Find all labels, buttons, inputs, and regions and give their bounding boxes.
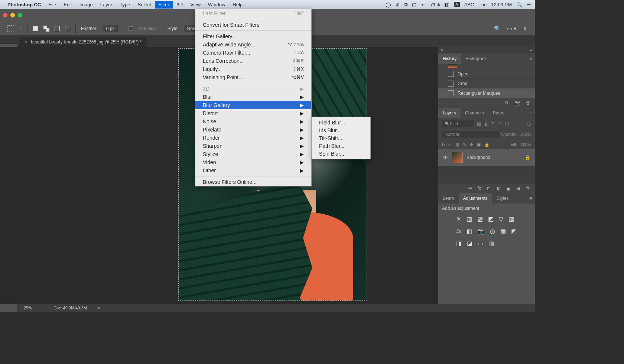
history-item[interactable]: Open [438, 69, 535, 79]
gradient-map-icon[interactable]: ▭ [478, 240, 483, 247]
filter-shape-icon[interactable]: ▢ [497, 121, 502, 127]
history-item[interactable]: Crop [438, 79, 535, 88]
day-label[interactable]: Tue [478, 2, 487, 7]
battery-percent[interactable]: 71% [430, 2, 440, 7]
marquee-tool-icon[interactable] [7, 25, 14, 32]
threshold-icon[interactable]: ◪ [467, 240, 472, 247]
menu-item-render[interactable]: Render▶ [195, 134, 311, 142]
menu-item[interactable]: Lens Correction...⇧⌘R [195, 57, 311, 65]
channel-mixer-icon[interactable]: ◍ [490, 228, 495, 235]
add-selection-icon[interactable] [43, 26, 49, 32]
status-chevron-icon[interactable]: ▶ [98, 306, 101, 310]
visibility-icon[interactable]: 👁 [443, 155, 448, 160]
battery-icon[interactable]: ▮▯ [444, 2, 449, 7]
layer-filter-select[interactable]: 🔍Kind [442, 120, 474, 127]
lock-artboard-icon[interactable]: ▣ [477, 142, 481, 147]
menu-3d[interactable]: 3D [173, 1, 187, 9]
trash-icon[interactable]: 🗑 [526, 100, 530, 105]
filter-type-icon[interactable]: T [491, 121, 494, 127]
zoom-level[interactable]: 25% [24, 306, 42, 310]
history-item[interactable]: Rectangular Marquee [438, 88, 535, 98]
curves-icon[interactable]: ▨ [477, 215, 483, 222]
lock-pixels-icon[interactable]: ▦ [455, 142, 459, 147]
submenu-item[interactable]: Iris Blur... [312, 126, 370, 134]
layer-thumbnail[interactable] [452, 152, 463, 163]
menu-image[interactable]: Image [76, 1, 97, 9]
doc-size[interactable]: Doc: 49.3M/49.3M [53, 306, 87, 310]
balance-icon[interactable]: ⚖ [456, 228, 461, 235]
document-tab[interactable]: × beautiful-beauty-female-2252368.jpg @ … [19, 37, 147, 47]
menu-filter[interactable]: Filter [155, 1, 173, 9]
menu-item[interactable]: Vanishing Point...⌥⌘V [195, 73, 311, 81]
search-icon[interactable]: 🔍 [494, 25, 501, 32]
menu-item-blur-gallery[interactable]: Blur Gallery▶ [195, 101, 311, 109]
lock-all-icon[interactable]: 🔒 [484, 142, 490, 147]
menu-item[interactable]: Camera Raw Filter...⇧⌘A [195, 49, 311, 57]
exposure-icon[interactable]: ◩ [488, 215, 494, 222]
submenu-item[interactable]: Tilt-Shift... [312, 134, 370, 142]
tab-paths[interactable]: Paths [488, 108, 509, 118]
intersect-selection-icon[interactable] [65, 26, 70, 31]
fx-icon[interactable]: fx [478, 186, 481, 191]
menu-item[interactable]: Filter Gallery... [195, 32, 311, 40]
menu-item[interactable]: Adaptive Wide Angle...⌥⇧⌘A [195, 40, 311, 49]
menu-item-other[interactable]: Other▶ [195, 166, 311, 175]
panel-menu-icon[interactable]: ≡ [529, 196, 535, 201]
wifi-icon[interactable]: ᯤ [421, 2, 426, 7]
layer-name[interactable]: Background [467, 155, 490, 160]
fill-value[interactable]: 100% [521, 142, 531, 147]
selective-color-icon[interactable]: ▥ [488, 240, 494, 247]
brightness-icon[interactable]: ☀ [456, 215, 461, 222]
submenu-item[interactable]: Field Blur... [312, 118, 370, 126]
filter-image-icon[interactable]: ▦ [477, 121, 481, 127]
panel-menu-icon[interactable]: ≡ [529, 56, 535, 61]
menu-convert-smart[interactable]: Convert for Smart Filters [195, 21, 311, 29]
tab-history[interactable]: History [438, 53, 461, 64]
history-snapshot-thumb[interactable] [448, 64, 457, 68]
tab-channels[interactable]: Channels [461, 108, 488, 118]
menu-window[interactable]: Window [204, 1, 229, 9]
menu-item[interactable]: Liquify...⇧⌘X [195, 65, 311, 73]
group-icon[interactable]: ▣ [506, 186, 510, 191]
time-label[interactable]: 12:09 PM [491, 2, 512, 7]
blend-mode-select[interactable]: Normal [442, 131, 499, 138]
mask-icon[interactable]: ◻ [487, 186, 491, 191]
vibrance-icon[interactable]: ▽ [499, 215, 503, 222]
menu-file[interactable]: File [45, 1, 60, 9]
menu-help[interactable]: Help [229, 1, 246, 9]
panel-close-icon[interactable]: × [441, 48, 443, 53]
submenu-item[interactable]: Path Blur... [312, 142, 370, 150]
layer-row-background[interactable]: 👁 Background 🔒 [438, 149, 535, 166]
bw-icon[interactable]: ◧ [467, 228, 472, 235]
filter-smart-icon[interactable]: ◫ [505, 121, 509, 127]
menu-type[interactable]: Type [116, 1, 134, 9]
app-name[interactable]: Photoshop CC [7, 1, 45, 9]
trash-icon[interactable]: 🗑 [526, 186, 530, 191]
levels-icon[interactable]: ▥ [467, 215, 472, 222]
lookup-icon[interactable]: ▦ [500, 228, 506, 235]
new-snapshot-icon[interactable]: ⧉ [505, 100, 508, 105]
filter-adjust-icon[interactable]: ◐ [484, 121, 488, 127]
menu-item-sharpen[interactable]: Sharpen▶ [195, 142, 311, 150]
menu-edit[interactable]: Edit [60, 1, 75, 9]
filter-toggle-icon[interactable]: ⊙ [527, 121, 531, 127]
tab-styles[interactable]: Styles [492, 193, 513, 204]
adjustment-icon[interactable]: ◐ [497, 186, 500, 191]
close-window-button[interactable] [3, 13, 7, 17]
lock-paint-icon[interactable]: ✎ [463, 142, 466, 147]
submenu-item[interactable]: Spin Blur... [312, 150, 370, 157]
posterize-icon[interactable]: ◨ [456, 240, 462, 247]
input-source[interactable]: A [454, 2, 459, 7]
menu-icon[interactable]: ☰ [527, 2, 531, 7]
tab-learn[interactable]: Learn [438, 193, 459, 204]
menu-select[interactable]: Select [134, 1, 155, 9]
cc-icon[interactable]: ⊚ [396, 2, 400, 7]
menu-item-distort[interactable]: Distort▶ [195, 109, 311, 117]
share-icon[interactable]: ⇪ [523, 25, 527, 32]
link-icon[interactable]: ⚯ [468, 186, 472, 191]
new-layer-icon[interactable]: ⊞ [516, 186, 520, 191]
tab-layers[interactable]: Layers [438, 108, 461, 118]
spotlight-icon[interactable]: 🔍 [516, 2, 522, 7]
input-source-label[interactable]: ABC [464, 2, 474, 7]
photo-filter-icon[interactable]: 📷 [477, 228, 485, 235]
